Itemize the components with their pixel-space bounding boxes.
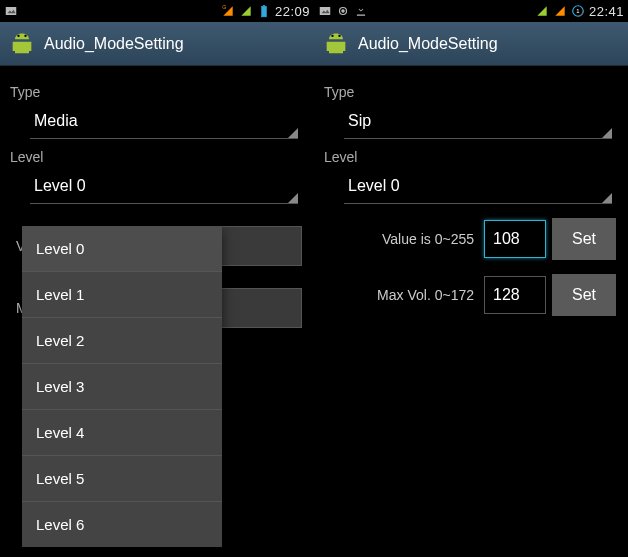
level-spinner-value: Level 0: [348, 177, 400, 194]
dropdown-item-level-4[interactable]: Level 4: [22, 410, 222, 456]
svg-rect-0: [6, 7, 17, 15]
level-label: Level: [8, 139, 306, 167]
level-spinner[interactable]: Level 0: [344, 167, 612, 204]
svg-marker-13: [537, 6, 546, 15]
clock-text: 22:41: [589, 4, 624, 19]
level-dropdown: Level 0 Level 1 Level 2 Level 3 Level 4 …: [22, 226, 222, 547]
appbar: Audio_ModeSetting: [314, 22, 628, 66]
signal-icon-1: G: [221, 4, 235, 18]
appbar: Audio_ModeSetting: [0, 22, 314, 66]
dropdown-item-level-2[interactable]: Level 2: [22, 318, 222, 364]
content-area: Type Sip Level Level 0 Value is 0~255 Se…: [314, 66, 628, 338]
clock-text: 22:09: [275, 4, 310, 19]
battery-icon: [257, 4, 271, 18]
statusbar: G 22:09: [0, 0, 314, 22]
max-label: Max Vol. 0~172: [344, 287, 478, 303]
value-label: Value is 0~255: [344, 231, 478, 247]
phone-right: 1 22:41 Audio_ModeSetting Type Sip Level…: [314, 0, 628, 557]
svg-text:1: 1: [576, 8, 579, 14]
max-row: Max Vol. 0~172 Set: [344, 274, 616, 316]
gallery-icon: [318, 4, 332, 18]
svg-rect-6: [263, 5, 265, 6]
statusbar: 1 22:41: [314, 0, 628, 22]
svg-point-18: [331, 34, 333, 36]
type-label: Type: [322, 74, 620, 102]
download-icon: [354, 4, 368, 18]
level-label: Level: [322, 139, 620, 167]
svg-marker-14: [555, 6, 564, 15]
phone-left: G 22:09 Audio_ModeSetting Type Media Lev…: [0, 0, 314, 557]
svg-rect-9: [320, 7, 331, 15]
type-spinner[interactable]: Sip: [344, 102, 612, 139]
android-icon: [322, 30, 350, 58]
type-label: Type: [8, 74, 306, 102]
signal-icon-1: [535, 4, 549, 18]
max-set-button[interactable]: Set: [552, 274, 616, 316]
type-spinner[interactable]: Media: [30, 102, 298, 139]
level-spinner-value: Level 0: [34, 177, 86, 194]
data-saver-icon: 1: [571, 4, 585, 18]
svg-marker-4: [241, 6, 250, 15]
svg-point-19: [338, 34, 340, 36]
svg-point-8: [24, 34, 26, 36]
gallery-icon: [4, 4, 18, 18]
type-spinner-value: Media: [34, 112, 78, 129]
svg-text:G: G: [222, 4, 226, 10]
dropdown-item-level-3[interactable]: Level 3: [22, 364, 222, 410]
target-icon: [336, 4, 350, 18]
dropdown-item-level-0[interactable]: Level 0: [22, 226, 222, 272]
signal-icon-2: [553, 4, 567, 18]
value-input[interactable]: [484, 220, 546, 258]
appbar-title: Audio_ModeSetting: [358, 35, 498, 53]
dropdown-item-level-6[interactable]: Level 6: [22, 502, 222, 547]
svg-point-12: [342, 10, 344, 12]
dropdown-item-level-5[interactable]: Level 5: [22, 456, 222, 502]
value-set-button[interactable]: Set: [552, 218, 616, 260]
appbar-title: Audio_ModeSetting: [44, 35, 184, 53]
max-input[interactable]: [484, 276, 546, 314]
type-spinner-value: Sip: [348, 112, 371, 129]
android-icon: [8, 30, 36, 58]
dropdown-item-level-1[interactable]: Level 1: [22, 272, 222, 318]
level-spinner[interactable]: Level 0: [30, 167, 298, 204]
svg-point-7: [17, 34, 19, 36]
signal-icon-2: [239, 4, 253, 18]
value-row: Value is 0~255 Set: [344, 218, 616, 260]
svg-rect-5: [262, 6, 267, 16]
